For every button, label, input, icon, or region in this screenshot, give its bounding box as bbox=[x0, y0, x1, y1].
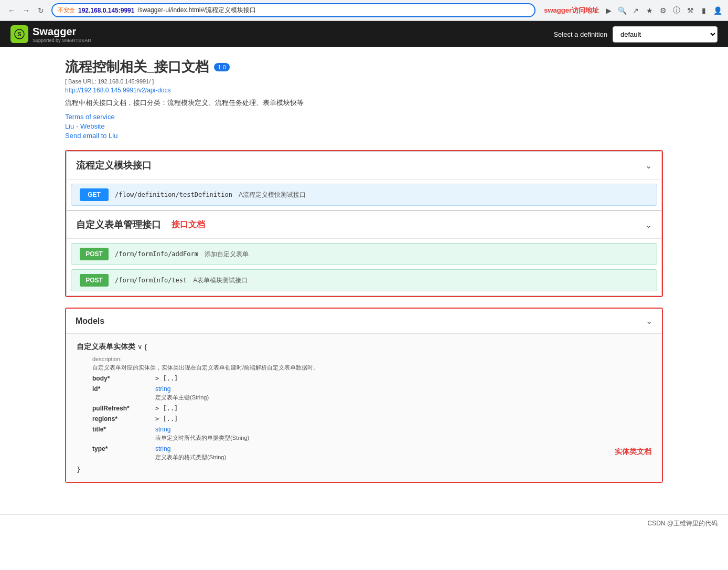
description-text: 自定义表单对应的实体类，实体类出现在自定义表单创建时/前端解析自定义表单数据时。 bbox=[92, 364, 594, 372]
footer-text: CSDN @王维诗里的代码 bbox=[647, 520, 718, 527]
section-custom-form-chevron: ⌄ bbox=[645, 220, 652, 230]
liu-website-link[interactable]: Liu - Website bbox=[65, 122, 663, 130]
bookmark-icon[interactable]: ★ bbox=[644, 5, 655, 16]
endpoint-desc-addform: 添加自定义表单 bbox=[205, 250, 249, 259]
model-name: 自定义表单实体类 ∨ { bbox=[77, 342, 594, 352]
security-warning: 不安全 bbox=[58, 6, 75, 14]
api-title-text: 流程控制相关_接口文档 bbox=[65, 58, 209, 76]
endpoint-desc-testdefinition: A流程定义模快测试接口 bbox=[239, 191, 306, 199]
field-key-regions: regions* bbox=[92, 415, 145, 423]
page-footer: CSDN @王维诗里的代码 bbox=[0, 514, 728, 532]
definition-select[interactable]: default bbox=[613, 26, 718, 43]
field-expand-regions[interactable]: > [..] bbox=[155, 415, 178, 423]
endpoint-post-addform[interactable]: POST /form/formInfo/addForm 添加自定义表单 bbox=[71, 243, 657, 265]
swagger-logo: S Swagger Supported by SMARTBEAR bbox=[10, 25, 91, 43]
select-definition-label: Select a definition bbox=[553, 30, 607, 38]
back-button[interactable]: ← bbox=[5, 4, 18, 17]
model-description: description: 自定义表单对应的实体类，实体类出现在自定义表单创建时/… bbox=[92, 355, 594, 461]
api-base-url: [ Base URL: 192.168.0.145:9991/ ] bbox=[65, 78, 663, 85]
field-id: id* string 定义表单主键(String) bbox=[92, 385, 594, 402]
field-pullrefresh: pullRefresh* > [..] bbox=[92, 405, 594, 412]
forward-button[interactable]: → bbox=[20, 4, 33, 17]
api-title: 流程控制相关_接口文档 1.0 bbox=[65, 58, 663, 76]
section-custom-form: 自定义表单管理接口 接口文档 ⌄ POST /form/formInfo/add… bbox=[66, 210, 662, 296]
search-icon[interactable]: 🔍 bbox=[617, 5, 627, 16]
extension-icon[interactable]: ⚙ bbox=[658, 5, 668, 16]
svg-text:S: S bbox=[17, 31, 21, 37]
section-custom-form-title-area: 自定义表单管理接口 接口文档 bbox=[76, 218, 205, 231]
section-flow-def: 流程定义模块接口 ⌄ GET /flow/definition/testDefi… bbox=[66, 151, 662, 210]
endpoint-post-test[interactable]: POST /form/formInfo/test A表单模块测试接口 bbox=[71, 269, 657, 291]
api-links: Terms of service Liu - Website Send emai… bbox=[65, 113, 663, 140]
share-icon[interactable]: ↗ bbox=[630, 5, 641, 16]
nav-buttons: ← → ↻ bbox=[5, 4, 47, 17]
field-val-title: string 表单定义时所代表的单据类型(String) bbox=[155, 426, 249, 442]
field-expand-pullrefresh[interactable]: > [..] bbox=[155, 405, 178, 412]
section-flow-def-title: 流程定义模块接口 bbox=[76, 159, 152, 172]
entity-label-container: 实体类文档 bbox=[594, 447, 651, 457]
puzzle-icon[interactable]: ⚒ bbox=[685, 5, 695, 16]
layout-icon[interactable]: ▮ bbox=[699, 5, 709, 16]
send-email-link[interactable]: Send email to Liu bbox=[65, 132, 663, 140]
browser-chrome: ← → ↻ 不安全 192.168.0.145:9991 /swagger-ui… bbox=[0, 0, 728, 21]
section-flow-def-chevron: ⌄ bbox=[645, 161, 652, 171]
field-val-id: string 定义表单主键(String) bbox=[155, 385, 209, 402]
entity-label: 实体类文档 bbox=[615, 447, 651, 456]
method-badge-post-1: POST bbox=[80, 248, 109, 260]
field-key-type: type* bbox=[92, 445, 145, 452]
interface-label: 接口文档 bbox=[172, 219, 205, 230]
field-type: type* string 定义表单的格式类型(String) bbox=[92, 445, 594, 461]
models-chevron: ⌄ bbox=[646, 316, 652, 326]
address-bar[interactable]: 不安全 192.168.0.145:9991 /swagger-ui/index… bbox=[51, 3, 536, 17]
method-badge-post-2: POST bbox=[80, 274, 109, 287]
section-flow-def-header[interactable]: 流程定义模块接口 ⌄ bbox=[67, 152, 661, 180]
field-key-body: body* bbox=[92, 375, 145, 382]
account-icon[interactable]: 👤 bbox=[712, 5, 723, 16]
api-version-badge: 1.0 bbox=[214, 63, 229, 71]
terms-of-service-link[interactable]: Terms of service bbox=[65, 113, 663, 121]
url-path: /swagger-ui/index.html#/流程定义模块接口 bbox=[137, 6, 256, 15]
models-title: Models bbox=[76, 316, 104, 326]
swagger-hint: swagger访问地址 bbox=[544, 6, 599, 15]
field-key-pullrefresh: pullRefresh* bbox=[92, 405, 145, 412]
endpoint-path-formtest: /form/formInfo/test bbox=[115, 277, 187, 284]
help-icon[interactable]: ⓘ bbox=[671, 5, 682, 16]
endpoint-path-testdefinition: /flow/definition/testDefinition bbox=[115, 191, 232, 198]
api-description: 流程中相关接口文档，接口分类：流程模块定义、流程任务处理、表单模块快等 bbox=[65, 98, 663, 108]
field-key-title: title* bbox=[92, 426, 145, 433]
models-body: 自定义表单实体类 ∨ { description: 自定义表单对应的实体类，实体… bbox=[66, 334, 662, 482]
section-custom-form-body: POST /form/formInfo/addForm 添加自定义表单 POST… bbox=[67, 243, 661, 291]
description-label: description: bbox=[92, 356, 122, 362]
swagger-logo-icon: S bbox=[10, 25, 28, 43]
browser-icons: ▶ 🔍 ↗ ★ ⚙ ⓘ ⚒ ▮ 👤 bbox=[603, 5, 723, 16]
swagger-header: S Swagger Supported by SMARTBEAR Select … bbox=[0, 21, 728, 47]
model-content: 自定义表单实体类 ∨ { description: 自定义表单对应的实体类，实体… bbox=[77, 342, 594, 473]
endpoint-get-testdefinition[interactable]: GET /flow/definition/testDefinition A流程定… bbox=[71, 184, 657, 206]
field-title: title* string 表单定义时所代表的单据类型(String) bbox=[92, 426, 594, 442]
reload-button[interactable]: ↻ bbox=[35, 4, 47, 17]
endpoint-path-addform: /form/formInfo/addForm bbox=[115, 250, 198, 258]
main-content: 流程控制相关_接口文档 1.0 [ Base URL: 192.168.0.14… bbox=[49, 47, 679, 504]
url-host: 192.168.0.145:9991 bbox=[78, 7, 134, 14]
models-header[interactable]: Models ⌄ bbox=[66, 309, 662, 334]
field-key-id: id* bbox=[92, 385, 145, 393]
closing-brace: } bbox=[77, 466, 594, 473]
screenshot-icon[interactable]: ▶ bbox=[603, 5, 614, 16]
field-expand-body[interactable]: > [..] bbox=[155, 375, 178, 382]
section-flow-def-body: GET /flow/definition/testDefinition A流程定… bbox=[67, 184, 661, 206]
endpoint-desc-formtest: A表单模块测试接口 bbox=[193, 276, 248, 285]
model-desc-row: description: 自定义表单对应的实体类，实体类出现在自定义表单创建时/… bbox=[92, 355, 594, 372]
swagger-select-area: Select a definition default bbox=[553, 26, 718, 43]
method-badge-get: GET bbox=[80, 188, 109, 201]
section-custom-form-title: 自定义表单管理接口 bbox=[76, 218, 161, 231]
section-custom-form-header[interactable]: 自定义表单管理接口 接口文档 ⌄ bbox=[67, 211, 661, 239]
models-section: Models ⌄ 自定义表单实体类 ∨ { description: 自定义表单… bbox=[65, 308, 663, 483]
field-body: body* > [..] bbox=[92, 375, 594, 382]
sections-group: 流程定义模块接口 ⌄ GET /flow/definition/testDefi… bbox=[65, 150, 663, 297]
model-container: 自定义表单实体类 ∨ { description: 自定义表单对应的实体类，实体… bbox=[77, 342, 651, 473]
swagger-logo-text: Swagger Supported by SMARTBEAR bbox=[33, 26, 91, 43]
api-docs-link[interactable]: http://192.168.0.145:9991/v2/api-docs bbox=[65, 87, 663, 94]
field-regions: regions* > [..] bbox=[92, 415, 594, 423]
field-val-type: string 定义表单的格式类型(String) bbox=[155, 445, 226, 461]
